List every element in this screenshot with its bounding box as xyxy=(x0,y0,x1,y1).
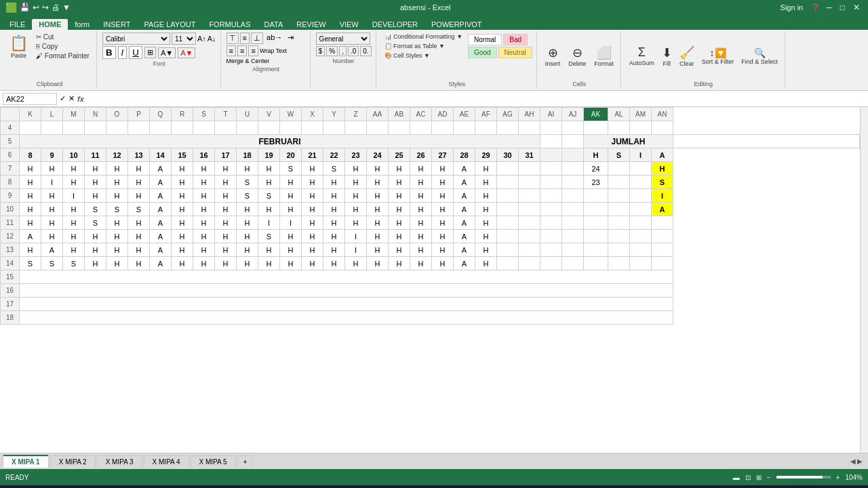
sign-in-link[interactable]: Sign in xyxy=(781,3,804,12)
percent-button[interactable]: % xyxy=(326,46,338,56)
sort-filter-button[interactable]: ↕🔽 Sort & Filter xyxy=(699,46,737,66)
tab-view[interactable]: VIEW xyxy=(333,19,366,30)
orient-text-button[interactable]: ab→ xyxy=(264,33,284,44)
tab-powerpivot[interactable]: POWERPIVOT xyxy=(425,19,489,30)
font-name-selector[interactable]: Calibri xyxy=(102,33,170,45)
zoom-slider[interactable] xyxy=(776,476,831,479)
col-header-P[interactable]: P xyxy=(128,108,150,121)
align-top-button[interactable]: ⊤ xyxy=(226,33,239,44)
col-header-M[interactable]: M xyxy=(63,108,85,121)
col-header-AI[interactable]: AI xyxy=(540,108,562,121)
col-header-Z[interactable]: Z xyxy=(345,108,367,121)
col-header-AM[interactable]: AM xyxy=(630,108,652,121)
paste-button[interactable]: 📋 Paste xyxy=(7,33,31,60)
col-header-N[interactable]: N xyxy=(85,108,106,121)
col-header-AA[interactable]: AA xyxy=(367,108,389,121)
sheet-tab-x-mipa-5[interactable]: X MIPA 5 xyxy=(191,455,236,468)
sheet-tab-x-mipa-3[interactable]: X MIPA 3 xyxy=(97,455,142,468)
normal-style[interactable]: Normal xyxy=(468,34,502,45)
page-layout-button[interactable]: ⊡ xyxy=(745,474,751,481)
increase-decimal-button[interactable]: .0 xyxy=(348,46,359,56)
col-header-W[interactable]: W xyxy=(280,108,302,121)
col-header-AL[interactable]: AL xyxy=(608,108,630,121)
formula-bar-cross[interactable]: ✕ xyxy=(68,94,75,103)
zoom-out-button[interactable]: − xyxy=(767,474,771,481)
col-header-Y[interactable]: Y xyxy=(323,108,345,121)
col-header-AE[interactable]: AE xyxy=(454,108,475,121)
formula-input[interactable] xyxy=(87,95,865,103)
copy-button[interactable]: ⎘ Copy xyxy=(33,42,92,51)
col-header-AD[interactable]: AD xyxy=(432,108,454,121)
col-header-X[interactable]: X xyxy=(302,108,323,121)
comma-button[interactable]: , xyxy=(339,46,347,56)
borders-button[interactable]: ⊞ xyxy=(144,47,156,58)
bold-button[interactable]: B xyxy=(102,46,116,59)
print-button[interactable]: 🖨 xyxy=(52,3,60,12)
col-header-U[interactable]: U xyxy=(237,108,258,121)
insert-button[interactable]: ⊕ Insert xyxy=(542,44,564,68)
sheet-tab-x-mipa-1[interactable]: X MIPA 1 xyxy=(3,455,49,468)
tab-form[interactable]: form xyxy=(68,19,96,30)
increase-font-icon[interactable]: A↑ xyxy=(197,35,206,43)
font-size-selector[interactable]: 11 xyxy=(172,33,196,45)
tab-page-layout[interactable]: PAGE LAYOUT xyxy=(137,19,202,30)
name-box[interactable] xyxy=(3,93,57,105)
formula-bar-fx[interactable]: fx xyxy=(77,95,84,103)
col-header-O[interactable]: O xyxy=(106,108,128,121)
col-header-S[interactable]: S xyxy=(193,108,215,121)
tab-formulas[interactable]: FORMULAS xyxy=(202,19,257,30)
tab-developer[interactable]: DEVELOPER xyxy=(366,19,425,30)
tab-data[interactable]: DATA xyxy=(258,19,290,30)
cut-button[interactable]: ✂ Cut xyxy=(33,33,92,41)
align-center-button[interactable]: ≡ xyxy=(237,45,247,56)
tab-insert[interactable]: INSERT xyxy=(96,19,137,30)
merge-center-button[interactable]: Merge & Center xyxy=(226,58,270,64)
col-header-V[interactable]: V xyxy=(258,108,280,121)
clear-button[interactable]: 🧹 Clear xyxy=(677,44,697,68)
col-header-AC[interactable]: AC xyxy=(410,108,432,121)
vertical-scrollbar[interactable] xyxy=(860,107,868,453)
zoom-in-button[interactable]: + xyxy=(836,474,840,481)
cell-styles-button[interactable]: 🎨 Cell Styles ▼ xyxy=(382,52,466,60)
align-bottom-button[interactable]: ⊥ xyxy=(251,33,263,44)
undo-button[interactable]: ↩ xyxy=(33,3,39,12)
col-header-Q[interactable]: Q xyxy=(150,108,172,121)
col-header-AJ[interactable]: AJ xyxy=(562,108,584,121)
normal-view-button[interactable]: ▬ xyxy=(733,474,740,481)
customize-quick-access[interactable]: ▼ xyxy=(62,3,71,12)
neutral-style[interactable]: Neutral xyxy=(498,47,532,58)
indent-button[interactable]: ⇥ xyxy=(285,33,296,44)
conditional-formatting-button[interactable]: 📊 Conditional Formatting ▼ xyxy=(382,33,466,41)
decrease-decimal-button[interactable]: 0. xyxy=(360,46,371,56)
sheet-tab-x-mipa-4[interactable]: X MIPA 4 xyxy=(144,455,189,468)
number-format-selector[interactable]: General xyxy=(316,33,370,45)
fill-color-button[interactable]: A▼ xyxy=(158,47,176,58)
format-painter-button[interactable]: 🖌 Format Painter xyxy=(33,52,92,60)
bad-style[interactable]: Bad xyxy=(503,34,528,45)
sheet-scroll-left[interactable]: ◀ xyxy=(850,458,856,465)
minimize-button[interactable]: ─ xyxy=(823,3,835,12)
page-break-button[interactable]: ⊞ xyxy=(756,474,762,481)
align-middle-button[interactable]: ≡ xyxy=(240,33,250,44)
sheet-tab-x-mipa-2[interactable]: X MIPA 2 xyxy=(50,455,96,468)
col-header-AF[interactable]: AF xyxy=(475,108,497,121)
col-header-T[interactable]: T xyxy=(215,108,237,121)
italic-button[interactable]: I xyxy=(118,46,127,59)
format-as-table-button[interactable]: 📋 Format as Table ▼ xyxy=(382,42,466,50)
fill-button[interactable]: ⬇ Fill xyxy=(659,44,675,68)
redo-button[interactable]: ↪ xyxy=(42,3,49,12)
save-button[interactable]: 💾 xyxy=(20,3,30,12)
align-right-button[interactable]: ≡ xyxy=(248,45,258,56)
col-header-K[interactable]: K xyxy=(20,108,41,121)
col-header-R[interactable]: R xyxy=(172,108,193,121)
format-button[interactable]: ⬜ Format xyxy=(591,44,616,68)
sheet-scroll-right[interactable]: ▶ xyxy=(857,458,863,465)
decrease-font-icon[interactable]: A↓ xyxy=(208,35,216,43)
wrap-text-button[interactable]: Wrap Text xyxy=(260,47,287,54)
maximize-button[interactable]: □ xyxy=(837,3,848,12)
col-header-AG[interactable]: AG xyxy=(497,108,519,121)
underline-button[interactable]: U xyxy=(129,46,142,59)
good-style[interactable]: Good xyxy=(468,47,496,58)
add-sheet-button[interactable]: + xyxy=(237,455,254,468)
currency-button[interactable]: $ xyxy=(316,46,326,56)
